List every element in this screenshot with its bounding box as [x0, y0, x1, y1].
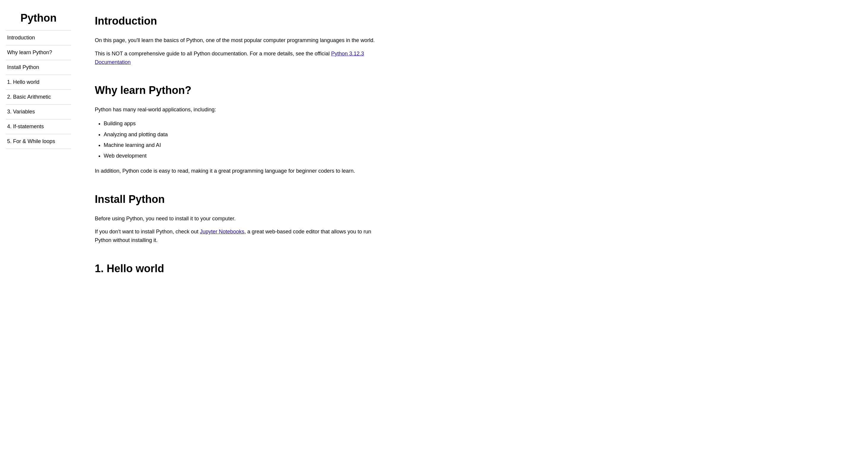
- section-introduction: Introduction On this page, you'll learn …: [95, 15, 385, 66]
- sidebar-item-if-statements[interactable]: 4. If-statements: [6, 119, 71, 134]
- why-learn-para2: In addition, Python code is easy to read…: [95, 167, 385, 175]
- install-heading: Install Python: [95, 193, 385, 205]
- list-item-building-apps: Building apps: [104, 119, 385, 128]
- section-install: Install Python Before using Python, you …: [95, 193, 385, 245]
- sidebar-title: Python: [6, 12, 71, 24]
- sidebar-link-if-statements[interactable]: 4. If-statements: [6, 119, 71, 134]
- install-para1: Before using Python, you need to install…: [95, 215, 385, 223]
- hello-world-heading: 1. Hello world: [95, 262, 385, 275]
- sidebar-link-for-while-loops[interactable]: 5. For & While loops: [6, 134, 71, 149]
- introduction-para2: This is NOT a comprehensive guide to all…: [95, 50, 385, 67]
- list-item-analyzing-data: Analyzing and plotting data: [104, 130, 385, 139]
- sidebar-item-variables[interactable]: 3. Variables: [6, 104, 71, 119]
- why-learn-list: Building apps Analyzing and plotting dat…: [104, 119, 385, 161]
- sidebar-item-hello-world[interactable]: 1. Hello world: [6, 75, 71, 90]
- introduction-para2-prefix: This is NOT a comprehensive guide to all…: [95, 51, 331, 57]
- sidebar-item-introduction[interactable]: Introduction: [6, 31, 71, 45]
- sidebar-link-introduction[interactable]: Introduction: [6, 31, 71, 45]
- sidebar-nav: Introduction Why learn Python? Install P…: [6, 31, 71, 149]
- sidebar-link-why-learn[interactable]: Why learn Python?: [6, 45, 71, 60]
- main-content: Introduction On this page, you'll learn …: [77, 0, 403, 449]
- why-learn-para1: Python has many real-world applications,…: [95, 105, 385, 114]
- sidebar: Python Introduction Why learn Python? In…: [0, 0, 77, 449]
- sidebar-link-basic-arithmetic[interactable]: 2. Basic Arithmetic: [6, 90, 71, 104]
- list-item-web-dev: Web development: [104, 151, 385, 161]
- sidebar-item-basic-arithmetic[interactable]: 2. Basic Arithmetic: [6, 90, 71, 104]
- sidebar-item-install[interactable]: Install Python: [6, 60, 71, 75]
- introduction-para1: On this page, you'll learn the basics of…: [95, 36, 385, 45]
- section-hello-world: 1. Hello world: [95, 262, 385, 275]
- sidebar-item-why-learn[interactable]: Why learn Python?: [6, 45, 71, 60]
- sidebar-link-variables[interactable]: 3. Variables: [6, 104, 71, 119]
- sidebar-item-for-while-loops[interactable]: 5. For & While loops: [6, 134, 71, 149]
- jupyter-notebooks-link[interactable]: Jupyter Notebooks: [200, 229, 244, 234]
- why-learn-heading: Why learn Python?: [95, 84, 385, 97]
- introduction-heading: Introduction: [95, 15, 385, 27]
- sidebar-link-hello-world[interactable]: 1. Hello world: [6, 75, 71, 90]
- install-para2-prefix: If you don't want to install Python, che…: [95, 229, 200, 234]
- sidebar-link-install[interactable]: Install Python: [6, 60, 71, 75]
- list-item-machine-learning: Machine learning and AI: [104, 140, 385, 150]
- section-why-learn: Why learn Python? Python has many real-w…: [95, 84, 385, 175]
- install-para2: If you don't want to install Python, che…: [95, 227, 385, 245]
